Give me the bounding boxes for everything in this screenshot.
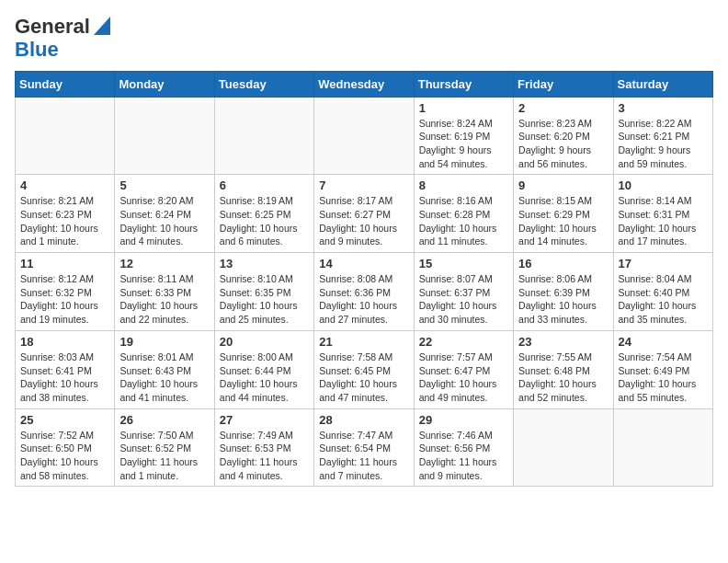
day-cell [115,97,214,175]
day-number: 5 [119,178,209,192]
day-cell: 20Sunrise: 8:00 AM Sunset: 6:44 PM Dayli… [214,330,313,408]
day-info: Sunrise: 7:47 AM Sunset: 6:54 PM Dayligh… [319,429,408,483]
day-cell [16,97,115,175]
day-info: Sunrise: 8:04 AM Sunset: 6:40 PM Dayligh… [619,272,708,327]
day-cell: 8Sunrise: 8:16 AM Sunset: 6:28 PM Daylig… [414,175,513,253]
day-cell: 14Sunrise: 8:08 AM Sunset: 6:36 PM Dayli… [314,253,414,331]
day-number: 22 [419,335,508,349]
day-cell: 22Sunrise: 7:57 AM Sunset: 6:47 PM Dayli… [414,330,513,408]
day-number: 11 [20,257,109,270]
day-cell: 28Sunrise: 7:47 AM Sunset: 6:54 PM Dayli… [314,408,414,487]
day-cell: 24Sunrise: 7:54 AM Sunset: 6:49 PM Dayli… [613,330,712,408]
weekday-thursday: Thursday [414,71,513,97]
day-cell: 9Sunrise: 8:15 AM Sunset: 6:29 PM Daylig… [514,175,613,253]
day-info: Sunrise: 8:22 AM Sunset: 6:21 PM Dayligh… [619,117,708,171]
week-row-0: 1Sunrise: 8:24 AM Sunset: 6:19 PM Daylig… [16,97,713,175]
week-row-2: 11Sunrise: 8:12 AM Sunset: 6:32 PM Dayli… [16,253,713,331]
weekday-header-row: SundayMondayTuesdayWednesdayThursdayFrid… [16,71,713,97]
calendar-body: 1Sunrise: 8:24 AM Sunset: 6:19 PM Daylig… [16,97,713,487]
day-number: 13 [220,257,309,270]
day-info: Sunrise: 8:01 AM Sunset: 6:43 PM Dayligh… [119,350,209,405]
day-cell: 3Sunrise: 8:22 AM Sunset: 6:21 PM Daylig… [613,97,712,175]
day-cell: 19Sunrise: 8:01 AM Sunset: 6:43 PM Dayli… [115,330,214,408]
weekday-saturday: Saturday [613,71,712,97]
logo-bird-icon [94,17,110,35]
week-row-4: 25Sunrise: 7:52 AM Sunset: 6:50 PM Dayli… [16,408,713,487]
day-number: 29 [419,413,508,427]
day-cell: 4Sunrise: 8:21 AM Sunset: 6:23 PM Daylig… [16,175,115,253]
day-number: 10 [619,178,708,192]
day-number: 21 [319,335,408,349]
day-number: 23 [518,335,608,349]
calendar-header: SundayMondayTuesdayWednesdayThursdayFrid… [16,71,713,97]
calendar-table: SundayMondayTuesdayWednesdayThursdayFrid… [15,71,713,488]
day-cell [314,97,414,175]
weekday-tuesday: Tuesday [214,71,313,97]
day-number: 27 [220,413,309,427]
day-number: 7 [319,178,408,192]
day-info: Sunrise: 8:15 AM Sunset: 6:29 PM Dayligh… [518,194,608,248]
day-info: Sunrise: 8:10 AM Sunset: 6:35 PM Dayligh… [220,272,309,327]
day-number: 12 [119,257,209,270]
logo-text-general: General [15,16,90,38]
day-number: 17 [619,257,708,270]
day-info: Sunrise: 8:16 AM Sunset: 6:28 PM Dayligh… [419,194,508,248]
day-cell: 27Sunrise: 7:49 AM Sunset: 6:53 PM Dayli… [214,408,313,487]
day-cell [214,97,313,175]
day-number: 16 [518,257,608,270]
day-info: Sunrise: 8:14 AM Sunset: 6:31 PM Dayligh… [619,194,708,248]
day-cell: 18Sunrise: 8:03 AM Sunset: 6:41 PM Dayli… [16,330,115,408]
day-info: Sunrise: 8:11 AM Sunset: 6:33 PM Dayligh… [119,272,209,327]
day-info: Sunrise: 8:17 AM Sunset: 6:27 PM Dayligh… [319,194,408,248]
day-info: Sunrise: 8:07 AM Sunset: 6:37 PM Dayligh… [419,272,508,327]
day-number: 18 [20,335,109,349]
day-info: Sunrise: 7:50 AM Sunset: 6:52 PM Dayligh… [119,429,209,483]
weekday-wednesday: Wednesday [314,71,414,97]
day-info: Sunrise: 8:24 AM Sunset: 6:19 PM Dayligh… [419,117,508,171]
day-cell: 21Sunrise: 7:58 AM Sunset: 6:45 PM Dayli… [314,330,414,408]
day-info: Sunrise: 8:00 AM Sunset: 6:44 PM Dayligh… [220,350,309,405]
day-number: 1 [419,101,508,115]
day-cell [514,408,613,487]
day-cell [613,408,712,487]
svg-marker-0 [94,17,110,35]
day-cell: 2Sunrise: 8:23 AM Sunset: 6:20 PM Daylig… [514,97,613,175]
day-cell: 6Sunrise: 8:19 AM Sunset: 6:25 PM Daylig… [214,175,313,253]
day-info: Sunrise: 7:55 AM Sunset: 6:48 PM Dayligh… [518,350,608,405]
day-info: Sunrise: 8:12 AM Sunset: 6:32 PM Dayligh… [20,272,109,327]
day-number: 2 [518,101,608,115]
day-info: Sunrise: 7:46 AM Sunset: 6:56 PM Dayligh… [419,429,508,483]
day-number: 9 [518,178,608,192]
day-cell: 12Sunrise: 8:11 AM Sunset: 6:33 PM Dayli… [115,253,214,331]
weekday-friday: Friday [514,71,613,97]
day-info: Sunrise: 8:23 AM Sunset: 6:20 PM Dayligh… [518,117,608,171]
day-number: 19 [119,335,209,349]
weekday-monday: Monday [115,71,214,97]
day-cell: 15Sunrise: 8:07 AM Sunset: 6:37 PM Dayli… [414,253,513,331]
week-row-1: 4Sunrise: 8:21 AM Sunset: 6:23 PM Daylig… [16,175,713,253]
day-cell: 29Sunrise: 7:46 AM Sunset: 6:56 PM Dayli… [414,408,513,487]
day-cell: 5Sunrise: 8:20 AM Sunset: 6:24 PM Daylig… [115,175,214,253]
day-cell: 10Sunrise: 8:14 AM Sunset: 6:31 PM Dayli… [613,175,712,253]
day-cell: 1Sunrise: 8:24 AM Sunset: 6:19 PM Daylig… [414,97,513,175]
day-info: Sunrise: 7:57 AM Sunset: 6:47 PM Dayligh… [419,350,508,405]
day-info: Sunrise: 8:19 AM Sunset: 6:25 PM Dayligh… [220,194,309,248]
logo: General Blue [15,15,110,62]
day-number: 3 [619,101,708,115]
day-number: 14 [319,257,408,270]
day-info: Sunrise: 8:20 AM Sunset: 6:24 PM Dayligh… [119,194,209,248]
day-info: Sunrise: 7:54 AM Sunset: 6:49 PM Dayligh… [619,350,708,405]
day-info: Sunrise: 8:21 AM Sunset: 6:23 PM Dayligh… [20,194,109,248]
day-info: Sunrise: 8:06 AM Sunset: 6:39 PM Dayligh… [518,272,608,327]
logo-text-blue: Blue [15,39,110,61]
weekday-sunday: Sunday [16,71,115,97]
day-info: Sunrise: 8:08 AM Sunset: 6:36 PM Dayligh… [319,272,408,327]
day-number: 15 [419,257,508,270]
day-cell: 11Sunrise: 8:12 AM Sunset: 6:32 PM Dayli… [16,253,115,331]
day-info: Sunrise: 7:52 AM Sunset: 6:50 PM Dayligh… [20,429,109,483]
day-cell: 7Sunrise: 8:17 AM Sunset: 6:27 PM Daylig… [314,175,414,253]
day-number: 25 [20,413,109,427]
week-row-3: 18Sunrise: 8:03 AM Sunset: 6:41 PM Dayli… [16,330,713,408]
day-number: 20 [220,335,309,349]
day-cell: 25Sunrise: 7:52 AM Sunset: 6:50 PM Dayli… [16,408,115,487]
